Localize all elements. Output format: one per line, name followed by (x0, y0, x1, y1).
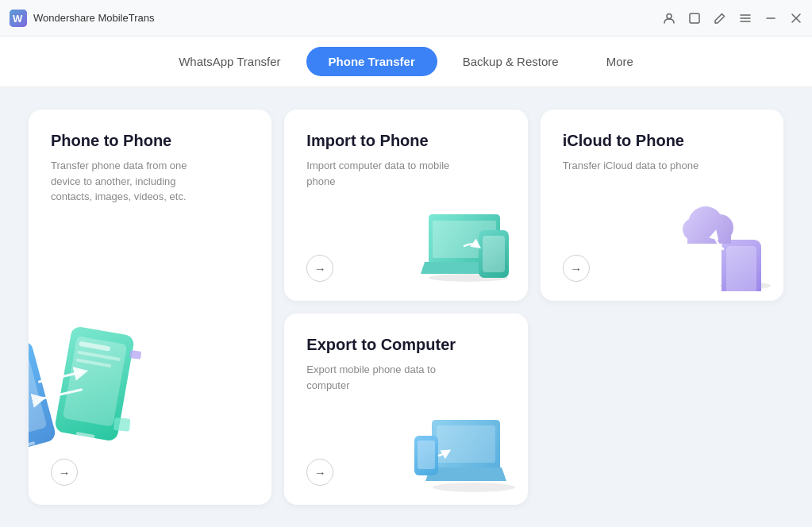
card-import-title: Import to Phone (306, 132, 505, 150)
card-export-to-computer[interactable]: Export to Computer Export mobile phone d… (284, 314, 527, 505)
card-import-arrow[interactable]: → (306, 255, 333, 282)
card-export-arrow[interactable]: → (306, 459, 333, 486)
main-content: Phone to Phone Transfer phone data from … (0, 87, 812, 527)
nav-bar: WhatsApp Transfer Phone Transfer Backup … (0, 37, 812, 87)
cards-grid: Phone to Phone Transfer phone data from … (29, 110, 783, 505)
card-phone-to-phone-title: Phone to Phone (51, 132, 249, 150)
close-icon[interactable] (790, 12, 802, 25)
app-title: Wondershare MobileTrans (33, 12, 663, 24)
window-controls (663, 12, 802, 25)
edit-icon[interactable] (714, 12, 726, 25)
card-icloud-arrow[interactable]: → (563, 255, 590, 282)
svg-text:W: W (13, 13, 23, 25)
tab-more[interactable]: More (584, 47, 656, 76)
icloud-illustration (666, 192, 777, 294)
menu-icon[interactable] (739, 12, 752, 25)
card-icloud-desc: Transfer iCloud data to phone (563, 158, 706, 174)
title-bar: W Wondershare MobileTrans (0, 0, 812, 37)
minimize-icon[interactable] (764, 12, 777, 25)
svg-rect-17 (129, 350, 141, 360)
card-import-to-phone[interactable]: Import to Phone Import computer data to … (284, 110, 527, 301)
user-icon[interactable] (663, 12, 675, 25)
import-illustration (409, 194, 520, 293)
tab-phone[interactable]: Phone Transfer (306, 47, 437, 76)
svg-rect-31 (437, 425, 495, 463)
svg-rect-29 (687, 229, 731, 244)
card-phone-to-phone-arrow[interactable]: → (51, 459, 78, 486)
app-logo: W (10, 10, 27, 27)
card-phone-to-phone[interactable]: Phone to Phone Transfer phone data from … (29, 110, 271, 505)
card-phone-to-phone-desc: Transfer phone data from one device to a… (51, 158, 194, 205)
tab-whatsapp[interactable]: WhatsApp Transfer (156, 47, 302, 76)
card-import-desc: Import computer data to mobile phone (306, 158, 449, 189)
svg-point-2 (667, 13, 672, 18)
svg-rect-3 (690, 13, 699, 23)
card-icloud-title: iCloud to Phone (563, 132, 761, 150)
svg-point-30 (433, 483, 515, 492)
svg-rect-21 (483, 236, 505, 272)
window-icon[interactable] (688, 12, 701, 25)
tab-backup[interactable]: Backup & Restore (441, 47, 581, 76)
card-export-title: Export to Computer (306, 336, 505, 354)
phone-to-phone-illustration (29, 287, 173, 461)
svg-rect-18 (114, 417, 130, 432)
card-icloud-to-phone[interactable]: iCloud to Phone Transfer iCloud data to … (541, 110, 783, 301)
export-illustration (398, 392, 521, 498)
card-export-desc: Export mobile phone data to computer (306, 362, 449, 393)
svg-rect-24 (726, 246, 756, 291)
svg-rect-33 (418, 440, 435, 469)
